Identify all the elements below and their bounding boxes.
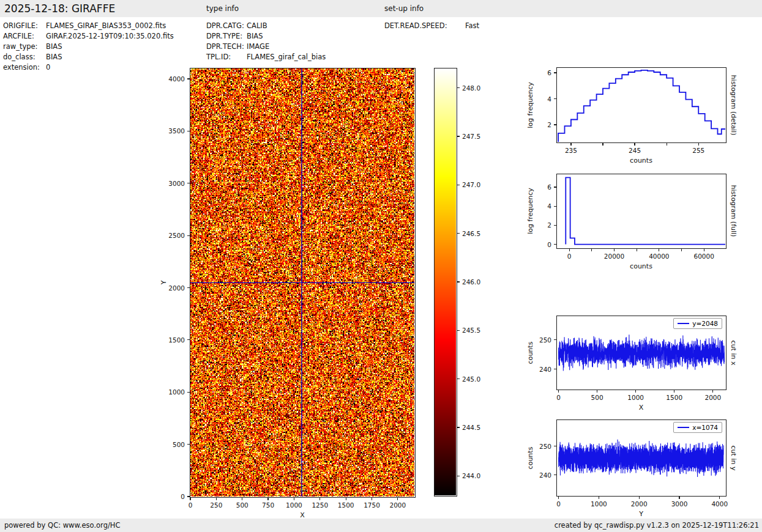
meta-value: BIAS <box>247 32 263 40</box>
tick-label: 1500 <box>666 394 682 401</box>
axis-tick <box>554 225 556 226</box>
meta-label: ARCFILE: <box>3 32 34 40</box>
axis-tick <box>457 185 460 185</box>
axis-tick <box>554 206 556 207</box>
y-axis-label: log frequency <box>526 188 534 234</box>
tick-label: 1000 <box>168 388 185 396</box>
tick-label: 2000 <box>168 284 185 292</box>
axis-tick <box>602 143 603 146</box>
tick-label: 4000 <box>711 500 728 508</box>
axis-tick <box>591 249 592 251</box>
axis-tick <box>558 497 559 499</box>
axis-tick <box>187 131 190 131</box>
axis-tick <box>554 369 556 369</box>
tick-label: 0 <box>189 501 193 509</box>
tick-label: 1500 <box>168 336 185 344</box>
tick-label: 1750 <box>364 501 380 509</box>
tick-label: 2000 <box>631 500 648 508</box>
meta-value: CALIB <box>247 21 267 30</box>
hist-full-canvas <box>557 174 725 248</box>
axis-tick <box>597 390 597 393</box>
meta-label: DPR.CATG: <box>206 21 244 30</box>
axis-tick <box>187 496 190 497</box>
tick-label: 245.5 <box>462 327 480 334</box>
axis-tick <box>554 72 556 73</box>
setup-info-heading: set-up info <box>384 4 424 13</box>
right-panel-label: histogram (full) <box>730 185 738 237</box>
meta-label: DPR.TECH: <box>206 42 244 51</box>
tick-label: 60000 <box>693 253 714 260</box>
axis-tick <box>457 281 460 282</box>
axis-tick <box>187 339 190 340</box>
tick-label: 1000 <box>286 501 302 509</box>
tick-label: 40000 <box>649 253 669 260</box>
meta-value: FLAMES_GIRAF_BIAS353_0002.fits <box>46 21 166 30</box>
tick-label: 240 <box>539 366 551 373</box>
tick-label: 0 <box>547 241 551 248</box>
axis-tick <box>558 390 559 393</box>
axis-tick <box>457 136 460 136</box>
axis-tick <box>554 124 556 125</box>
tick-label: 0 <box>181 493 185 500</box>
tick-label: 250 <box>210 501 222 509</box>
meta-label: do_class: <box>3 53 35 61</box>
axis-tick <box>554 244 556 245</box>
colorbar-canvas <box>435 68 456 495</box>
tick-label: 3500 <box>168 127 185 135</box>
tick-label: 2 <box>547 121 551 128</box>
tick-label: 245.0 <box>462 375 480 383</box>
axis-tick <box>457 87 460 88</box>
raw-image-canvas <box>190 68 414 497</box>
tick-label: 245 <box>629 147 641 154</box>
axis-tick <box>554 475 556 475</box>
footer-right-text: created by qc_rawdisp.py v1.2.3 on 2025-… <box>555 521 759 530</box>
tick-label: 0 <box>567 253 572 260</box>
axis-tick <box>187 444 190 445</box>
axis-tick <box>187 183 190 183</box>
tick-label: 248.0 <box>462 84 480 92</box>
y-axis-label: log frequency <box>526 82 534 128</box>
meta-label: raw_type: <box>3 42 38 51</box>
axis-tick <box>599 497 599 499</box>
tick-label: 240 <box>539 471 551 479</box>
tick-label: 4 <box>547 202 551 210</box>
tick-label: 3000 <box>168 180 185 187</box>
tick-label: 2000 <box>390 501 406 509</box>
tick-label: 250 <box>539 336 551 344</box>
axis-tick <box>639 497 640 499</box>
axis-tick <box>554 339 556 340</box>
axis-tick <box>635 390 636 393</box>
y-axis-label: counts <box>526 341 534 364</box>
axis-tick <box>457 476 460 476</box>
tick-label: 244.0 <box>462 472 480 479</box>
tick-label: 1000 <box>627 394 644 401</box>
hist-detail-canvas <box>557 68 725 142</box>
x-axis-label: X <box>300 511 305 519</box>
tick-label: 2 <box>547 221 551 229</box>
meta-label: DET.READ.SPEED: <box>384 21 447 30</box>
x-axis-label: counts <box>630 262 652 270</box>
axis-tick <box>659 249 659 251</box>
axis-tick <box>457 233 460 234</box>
type-info-heading: type info <box>206 4 239 13</box>
axis-tick <box>190 498 190 500</box>
tick-label: 750 <box>262 501 274 509</box>
tick-label: 235 <box>565 147 577 154</box>
axis-tick <box>187 287 190 288</box>
axis-tick <box>667 143 667 146</box>
axis-tick <box>698 143 699 146</box>
axis-tick <box>570 143 571 146</box>
meta-value: IMAGE <box>247 42 269 51</box>
tick-label: 246.5 <box>462 230 480 237</box>
right-panel-label: cut in y <box>730 445 738 470</box>
legend: x=1074 <box>673 422 722 433</box>
tick-label: 244.5 <box>462 424 480 431</box>
tick-label: 250 <box>539 443 551 450</box>
axis-tick <box>712 390 713 393</box>
meta-label: extension: <box>3 63 40 72</box>
axis-tick <box>554 98 556 99</box>
axis-tick <box>294 498 294 500</box>
axis-tick <box>267 498 268 500</box>
axis-tick <box>614 249 614 251</box>
tick-label: 0 <box>556 394 561 401</box>
